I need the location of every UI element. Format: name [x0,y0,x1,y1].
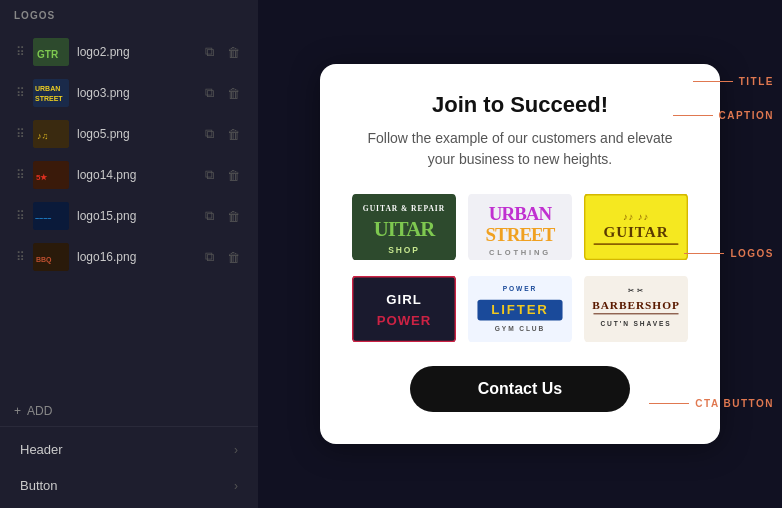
delete-icon[interactable]: 🗑 [224,207,242,225]
chevron-right-icon: › [234,443,238,457]
chevron-right-icon: › [234,479,238,493]
svg-rect-24 [593,243,678,245]
logo-cell-power-lifter: POWER LIFTER GYM CLUB [468,274,572,344]
title-annotation: TITLE [693,76,774,87]
logo-filename: logo15.png [77,209,192,223]
logo-cell-urban-street: URBAN STREET CLOTHING [468,192,572,262]
panel-footer: Header › Button › [0,426,258,508]
delete-icon[interactable]: 🗑 [224,166,242,184]
logo-filename: logo5.png [77,127,192,141]
drag-handle-icon: ⠿ [16,86,25,100]
delete-icon[interactable]: 🗑 [224,248,242,266]
right-area: TITLE CAPTION LOGOS CTA BUTTON Join to S… [258,0,782,508]
logo-actions: ⧉ 🗑 [200,43,242,61]
logo-thumbnail: ~~~~ [33,202,69,230]
cta-button[interactable]: Contact Us [410,366,630,412]
logo-actions: ⧉ 🗑 [200,207,242,225]
logo-cell-guitar-yellow: ♪♪ ♪♪ GUITAR [584,192,688,262]
caption-annotation: CAPTION [673,110,775,121]
drag-handle-icon: ⠿ [16,209,25,223]
logo-filename: logo16.png [77,250,192,264]
logo-thumbnail: 5★ [33,161,69,189]
logo-thumbnail: ♪♫ [33,120,69,148]
copy-icon[interactable]: ⧉ [200,166,218,184]
svg-text:URBAN: URBAN [489,203,553,224]
svg-text:LIFTER: LIFTER [491,302,549,317]
logo-actions: ⧉ 🗑 [200,166,242,184]
panel-header: LOGOS [0,0,258,27]
svg-text:GUITAR: GUITAR [604,224,669,240]
svg-text:5★: 5★ [36,173,48,182]
logo-thumbnail: BBQ [33,243,69,271]
svg-text:GUITAR & REPAIR: GUITAR & REPAIR [363,204,445,213]
logo-cell-barbershop: ✂ ✂ BARBERSHOP CUT'N SHAVES [584,274,688,344]
logos-grid: GUITAR & REPAIR UITAR SHOP URBAN STREET … [352,192,688,344]
drag-handle-icon: ⠿ [16,168,25,182]
svg-text:CUT'N SHAVES: CUT'N SHAVES [600,320,671,327]
add-logo-button[interactable]: + ADD [0,396,258,426]
preview-card: Join to Succeed! Follow the example of o… [320,64,720,444]
drag-handle-icon: ⠿ [16,127,25,141]
svg-text:♪♫: ♪♫ [37,131,48,141]
list-item[interactable]: ⠿ GTR logo2.png ⧉ 🗑 [6,32,252,72]
list-item[interactable]: ⠿ 5★ logo14.png ⧉ 🗑 [6,155,252,195]
logo-filename: logo2.png [77,45,192,59]
svg-text:BARBERSHOP: BARBERSHOP [592,299,680,311]
svg-text:POWER: POWER [503,285,537,292]
svg-text:POWER: POWER [377,313,432,328]
svg-text:STREET: STREET [35,95,63,102]
svg-text:SHOP: SHOP [388,245,420,255]
logo-cell-girl-power: GIRL POWER [352,274,456,344]
list-item[interactable]: ⠿ ~~~~ logo15.png ⧉ 🗑 [6,196,252,236]
delete-icon[interactable]: 🗑 [224,43,242,61]
copy-icon[interactable]: ⧉ [200,207,218,225]
page-caption: Follow the example of our customers and … [352,128,688,170]
delete-icon[interactable]: 🗑 [224,84,242,102]
svg-rect-25 [352,276,456,342]
logos-annotation: LOGOS [684,248,774,259]
logo-actions: ⧉ 🗑 [200,248,242,266]
svg-text:GYM CLUB: GYM CLUB [495,325,545,332]
header-section-item[interactable]: Header › [6,432,252,467]
list-item[interactable]: ⠿ URBAN STREET logo3.png ⧉ 🗑 [6,73,252,113]
drag-handle-icon: ⠿ [16,45,25,59]
list-item[interactable]: ⠿ BBQ logo16.png ⧉ 🗑 [6,237,252,277]
svg-text:URBAN: URBAN [35,85,60,92]
svg-text:GTR: GTR [37,49,59,60]
left-panel: LOGOS ⠿ GTR logo2.png ⧉ 🗑 ⠿ [0,0,258,508]
svg-rect-2 [33,79,69,107]
copy-icon[interactable]: ⧉ [200,248,218,266]
logo-thumbnail: URBAN STREET [33,79,69,107]
logo-actions: ⧉ 🗑 [200,125,242,143]
logo-thumbnail: GTR [33,38,69,66]
svg-text:✂ ✂: ✂ ✂ [628,287,645,294]
cta-annotation: CTA BUTTON [649,398,774,409]
copy-icon[interactable]: ⧉ [200,125,218,143]
logo-cell-guitar-shop: GUITAR & REPAIR UITAR SHOP [352,192,456,262]
svg-text:♪♪ ♪♪: ♪♪ ♪♪ [623,211,649,222]
logo-filename: logo3.png [77,86,192,100]
svg-text:BBQ: BBQ [36,256,52,264]
copy-icon[interactable]: ⧉ [200,43,218,61]
logo-list: ⠿ GTR logo2.png ⧉ 🗑 ⠿ URBAN STREET [0,27,258,396]
button-label: Button [20,478,58,493]
logo-actions: ⧉ 🗑 [200,84,242,102]
svg-text:UITAR: UITAR [374,217,437,240]
plus-icon: + [14,404,21,418]
svg-text:CLOTHING: CLOTHING [489,247,551,256]
page-title: Join to Succeed! [352,92,688,118]
list-item[interactable]: ⠿ ♪♫ logo5.png ⧉ 🗑 [6,114,252,154]
drag-handle-icon: ⠿ [16,250,25,264]
delete-icon[interactable]: 🗑 [224,125,242,143]
svg-text:GIRL: GIRL [386,292,421,307]
svg-text:~~~~: ~~~~ [35,215,51,222]
header-label: Header [20,442,63,457]
logo-filename: logo14.png [77,168,192,182]
svg-text:STREET: STREET [486,224,556,245]
button-section-item[interactable]: Button › [6,468,252,503]
copy-icon[interactable]: ⧉ [200,84,218,102]
